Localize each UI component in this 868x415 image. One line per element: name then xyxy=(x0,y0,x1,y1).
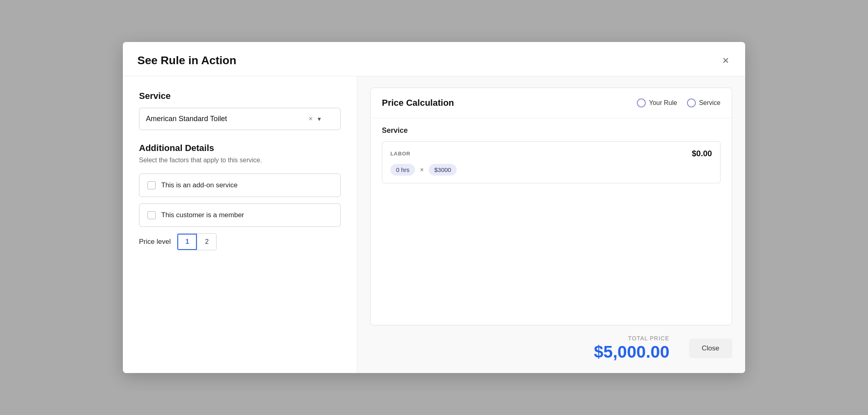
price-level-btn-1[interactable]: 1 xyxy=(177,234,197,250)
checkbox-addon-label: This is an add-on service xyxy=(161,181,238,189)
modal-close-button[interactable]: × xyxy=(721,53,731,68)
price-level-label: Price level xyxy=(139,238,171,246)
service-select-wrapper: American Standard Toilet × ▾ xyxy=(139,108,341,130)
labor-label: LABOR xyxy=(390,151,410,157)
price-calc-title: Price Calculation xyxy=(382,98,454,108)
checkbox-addon-service[interactable]: This is an add-on service xyxy=(139,174,341,197)
price-level-buttons: 1 2 xyxy=(177,233,217,250)
price-calc-header: Price Calculation Your Rule Service xyxy=(371,88,732,118)
price-level-row: Price level 1 2 xyxy=(139,233,341,250)
price-level-btn-2[interactable]: 2 xyxy=(197,234,216,250)
radio-service[interactable]: Service xyxy=(687,99,721,107)
radio-your-rule[interactable]: Your Rule xyxy=(637,99,677,107)
additional-details-title: Additional Details xyxy=(139,143,341,153)
labor-hours-badge: 0 hrs xyxy=(390,164,415,176)
service-select-value: American Standard Toilet xyxy=(146,115,227,123)
checkbox-addon-icon xyxy=(147,181,156,189)
service-section-title: Service xyxy=(382,126,721,135)
checkbox-member[interactable]: This customer is a member xyxy=(139,203,341,227)
footer-row: TOTAL PRICE $5,000.00 Close xyxy=(370,335,732,362)
modal: See Rule in Action × Service American St… xyxy=(123,42,745,373)
labor-rate-badge: $3000 xyxy=(429,164,457,176)
labor-total: $0.00 xyxy=(692,149,712,158)
total-price-section: TOTAL PRICE $5,000.00 xyxy=(594,335,670,362)
radio-your-rule-circle xyxy=(637,99,646,107)
select-clear-icon[interactable]: × xyxy=(308,115,313,123)
modal-overlay: See Rule in Action × Service American St… xyxy=(0,0,868,415)
checkbox-member-icon xyxy=(147,211,156,219)
radio-service-label: Service xyxy=(699,99,721,107)
radio-your-rule-label: Your Rule xyxy=(649,99,677,107)
total-price-label: TOTAL PRICE xyxy=(628,335,669,342)
left-panel: Service American Standard Toilet × ▾ Add… xyxy=(123,76,357,373)
right-panel: Price Calculation Your Rule Service xyxy=(357,76,745,373)
labor-card: LABOR $0.00 0 hrs × $3000 xyxy=(382,141,721,183)
radio-group: Your Rule Service xyxy=(637,99,721,107)
price-calc-card: Price Calculation Your Rule Service xyxy=(370,88,732,325)
modal-header: See Rule in Action × xyxy=(123,42,745,76)
chevron-down-icon[interactable]: ▾ xyxy=(318,115,321,123)
service-select-icons: × ▾ xyxy=(308,115,321,123)
radio-service-circle xyxy=(687,99,696,107)
total-price-value: $5,000.00 xyxy=(594,342,670,362)
service-section-label: Service xyxy=(139,91,341,101)
labor-details: 0 hrs × $3000 xyxy=(390,164,712,176)
close-button[interactable]: Close xyxy=(689,339,732,358)
modal-body: Service American Standard Toilet × ▾ Add… xyxy=(123,76,745,373)
service-select-box[interactable]: American Standard Toilet × ▾ xyxy=(139,108,341,130)
checkbox-member-label: This customer is a member xyxy=(161,211,244,219)
price-calc-body: Service LABOR $0.00 0 hrs × $3000 xyxy=(371,118,732,191)
labor-header: LABOR $0.00 xyxy=(390,149,712,158)
additional-details-subtitle: Select the factors that apply to this se… xyxy=(139,157,341,164)
modal-title: See Rule in Action xyxy=(137,54,236,67)
multiply-icon: × xyxy=(420,166,423,174)
